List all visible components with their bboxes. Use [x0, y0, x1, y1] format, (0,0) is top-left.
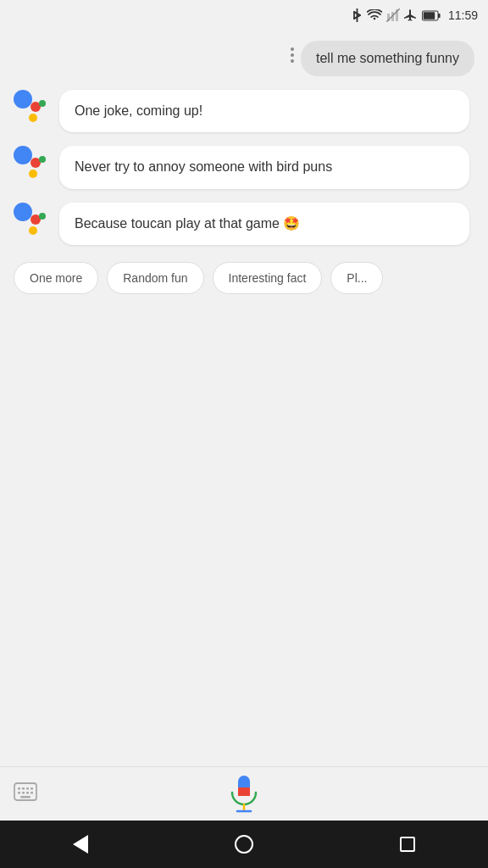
signal-icon — [386, 8, 400, 22]
google-assistant-logo-1 — [14, 90, 51, 127]
assistant-row-2: Never try to annoy someone with bird pun… — [14, 146, 474, 188]
suggestion-chips: One more Random fun Interesting fact Pl.… — [14, 259, 474, 298]
svg-rect-14 — [26, 792, 29, 794]
google-assistant-logo-2 — [14, 146, 51, 183]
nav-recents-button[interactable] — [400, 837, 415, 852]
status-icons: 11:59 — [352, 8, 478, 22]
wifi-icon — [367, 9, 382, 21]
chat-area: tell me something funny One joke, coming… — [0, 31, 488, 766]
svg-rect-15 — [30, 792, 33, 794]
status-time: 11:59 — [448, 8, 478, 22]
chip-interesting-fact[interactable]: Interesting fact — [213, 262, 323, 294]
assistant-bubble-1: One joke, coming up! — [59, 90, 469, 132]
svg-rect-9 — [22, 787, 25, 790]
airplane-icon — [404, 8, 418, 22]
bluetooth-icon — [352, 8, 363, 22]
chip-one-more[interactable]: One more — [14, 262, 98, 294]
assistant-row-1: One joke, coming up! — [14, 90, 474, 132]
svg-rect-11 — [30, 787, 33, 790]
navigation-bar — [0, 821, 488, 868]
svg-rect-10 — [26, 787, 29, 790]
microphone-button[interactable] — [226, 776, 262, 812]
svg-rect-8 — [18, 787, 20, 790]
battery-icon — [422, 10, 441, 21]
svg-rect-13 — [22, 792, 25, 794]
svg-rect-12 — [18, 792, 20, 794]
svg-rect-19 — [238, 791, 250, 796]
svg-rect-6 — [424, 12, 435, 19]
assistant-row-3: Because toucan play at that game 🤩 — [14, 203, 474, 245]
chip-random-fun[interactable]: Random fun — [107, 262, 203, 294]
keyboard-icon[interactable] — [14, 782, 37, 806]
nav-back-button[interactable] — [73, 835, 88, 854]
assistant-bubble-2: Never try to annoy someone with bird pun… — [59, 146, 469, 188]
svg-rect-5 — [438, 13, 441, 17]
svg-rect-16 — [20, 796, 30, 798]
bottom-input-bar — [0, 766, 488, 821]
nav-home-button[interactable] — [235, 835, 253, 854]
user-message-row: tell me something funny — [14, 41, 474, 76]
overflow-menu-icon[interactable] — [291, 47, 296, 63]
google-assistant-logo-3 — [14, 203, 51, 240]
user-message-bubble: tell me something funny — [301, 41, 474, 76]
chip-more[interactable]: Pl... — [330, 262, 383, 294]
assistant-bubble-3: Because toucan play at that game 🤩 — [59, 203, 469, 245]
status-bar: 11:59 — [0, 0, 488, 31]
